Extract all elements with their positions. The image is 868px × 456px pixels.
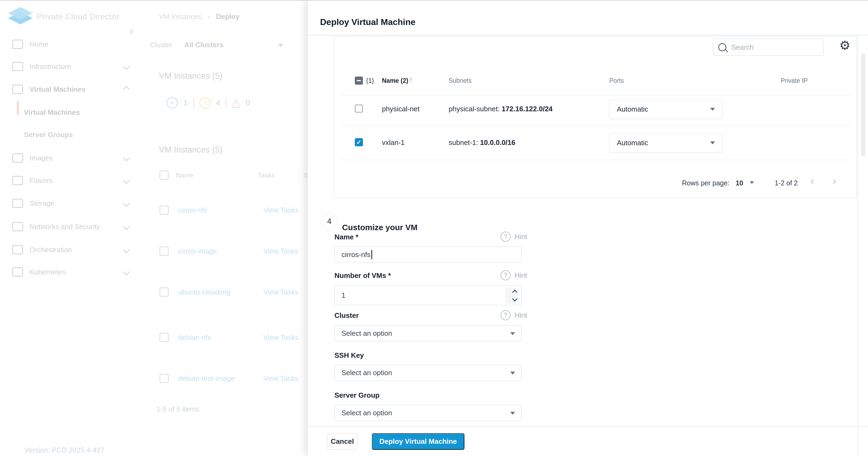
vm-name-link[interactable]: debian-test-image xyxy=(178,374,235,383)
network-selection-card: ⚙ (1) Name (2) ↑ Subnets Ports Private I… xyxy=(334,36,857,198)
cancel-button[interactable]: Cancel xyxy=(327,433,358,450)
sidebar-item-images[interactable]: Images xyxy=(12,152,137,164)
pagination-range: 1-2 of 2 xyxy=(775,179,798,187)
view-tasks-link[interactable]: View Tasks xyxy=(264,247,299,255)
chevron-down-icon[interactable] xyxy=(750,181,754,184)
images-icon xyxy=(12,153,23,163)
chevron-down-icon xyxy=(710,141,715,144)
app-root: Private Cloud Director VM Instances › De… xyxy=(0,0,868,456)
breadcrumb-deploy: Deploy xyxy=(216,12,240,21)
divider xyxy=(308,35,868,35)
status-warning-icon: ! xyxy=(199,97,211,109)
ports-dropdown[interactable]: Automatic xyxy=(609,133,723,152)
list-range-label: 1-5 of 5 items xyxy=(156,405,199,414)
select-all-checkbox[interactable] xyxy=(159,170,169,180)
network-name: vxlan-1 xyxy=(382,138,405,147)
flavors-icon xyxy=(12,176,23,185)
deploy-virtual-machine-button[interactable]: Deploy Virtual Machine xyxy=(372,433,464,450)
sidebar-item-flavors[interactable]: Flavors xyxy=(12,174,137,187)
chevron-up-icon[interactable] xyxy=(512,290,518,295)
question-icon: ? xyxy=(500,270,511,280)
breadcrumb-vm-instances[interactable]: VM Instances xyxy=(159,12,202,21)
vm-name-link[interactable]: ubuntu-cloudimg xyxy=(178,288,230,296)
chevron-down-icon xyxy=(510,412,515,415)
view-tasks-link[interactable]: View Tasks xyxy=(264,333,299,342)
chevron-down-icon xyxy=(710,108,715,111)
rows-per-page-label: Rows per page: xyxy=(682,179,730,187)
view-tasks-link[interactable]: View Tasks xyxy=(264,374,299,383)
brand-logo-icon xyxy=(7,6,34,27)
view-tasks-link[interactable]: View Tasks xyxy=(264,206,299,215)
network-subnet: subnet-1: 10.0.0.0/16 xyxy=(448,138,516,147)
status-error-count: 0 xyxy=(246,98,250,107)
sidebar-collapse-icon[interactable]: ‹ xyxy=(130,25,134,37)
ssh-key-field-label: SSH Key xyxy=(335,351,364,360)
brand-title: Private Cloud Director xyxy=(37,12,119,21)
virtual-machines-icon xyxy=(12,85,23,94)
sidebar-subitem-virtual-machines[interactable]: Virtual Machines xyxy=(12,106,149,118)
chevron-down-icon xyxy=(510,332,515,335)
vm-name-input[interactable]: cirros-nfs xyxy=(335,247,522,263)
sidebar-item-virtual-machines[interactable]: Virtual Machines xyxy=(12,83,137,95)
divider xyxy=(226,98,226,108)
background-page: Private Cloud Director VM Instances › De… xyxy=(0,0,308,456)
chevron-down-icon[interactable] xyxy=(512,296,518,302)
row-checkbox[interactable] xyxy=(159,205,169,215)
row-checkbox-unchecked[interactable] xyxy=(355,105,363,113)
pagination-next-button[interactable]: › xyxy=(833,176,836,186)
chevron-down-icon xyxy=(278,44,283,47)
vm-instances-heading: VM Instances (5) xyxy=(159,71,222,81)
chevron-down-icon xyxy=(123,268,130,275)
num-vms-input[interactable]: 1 xyxy=(335,285,522,305)
vm-name-link[interactable]: cirros-nfs xyxy=(178,206,207,215)
question-icon: ? xyxy=(500,231,511,242)
network-name: physical-net xyxy=(382,105,420,113)
gear-icon[interactable]: ⚙ xyxy=(839,39,850,52)
column-header-name: Name xyxy=(176,172,193,179)
breadcrumb: VM Instances › Deploy xyxy=(159,12,240,21)
vm-name-link[interactable]: debian-nfs xyxy=(178,333,211,342)
number-stepper[interactable] xyxy=(505,288,518,304)
scrollbar-thumb[interactable] xyxy=(861,53,865,156)
deploy-vm-panel: Deploy Virtual Machine ⚙ (1) Name (2) ↑ … xyxy=(308,0,868,456)
chevron-down-icon xyxy=(123,177,130,184)
server-group-field-label: Server Group xyxy=(335,391,379,400)
sidebar-item-networks-and-security[interactable]: Networks and Security xyxy=(12,221,137,233)
view-tasks-link[interactable]: View Tasks xyxy=(264,288,299,296)
ssh-key-select[interactable]: Select an option xyxy=(335,365,522,381)
network-search[interactable] xyxy=(713,38,824,56)
name-hint[interactable]: ? Hint xyxy=(500,231,527,242)
row-checkbox[interactable] xyxy=(159,247,169,256)
sidebar-item-infrastructure[interactable]: Infrastructure xyxy=(12,60,137,73)
server-group-select[interactable]: Select an option xyxy=(335,405,522,421)
sort-ascending-icon[interactable]: ↑ xyxy=(409,76,412,84)
row-checkbox[interactable] xyxy=(159,374,169,383)
chevron-down-icon xyxy=(123,200,130,206)
ports-dropdown[interactable]: Automatic xyxy=(609,99,723,119)
chevron-down-icon xyxy=(510,372,515,375)
cluster-hint[interactable]: ? Hint xyxy=(500,310,527,320)
row-checkbox-checked[interactable]: ✓ xyxy=(355,138,363,146)
row-checkbox[interactable] xyxy=(159,287,169,297)
question-icon: ? xyxy=(500,310,511,320)
sidebar-item-orchestration[interactable]: Orchestration xyxy=(12,244,137,256)
status-ok-count: 1 xyxy=(183,98,188,107)
num-vms-hint[interactable]: ? Hint xyxy=(500,270,527,280)
column-header-name[interactable]: Name (2) xyxy=(382,77,408,84)
pagination-prev-button[interactable]: ‹ xyxy=(810,176,814,186)
sidebar-item-kubernetes[interactable]: Kubernetes xyxy=(12,266,137,278)
rows-per-page-value[interactable]: 10 xyxy=(736,179,743,187)
select-all-checkbox-indeterminate[interactable] xyxy=(355,77,363,85)
cluster-field-label: Cluster xyxy=(335,311,359,320)
row-checkbox[interactable] xyxy=(159,333,169,342)
sidebar-item-home[interactable]: Home xyxy=(12,38,137,50)
sidebar-subitem-server-groups[interactable]: Server Groups xyxy=(12,129,149,141)
search-icon xyxy=(718,43,726,51)
panel-scrollbar[interactable] xyxy=(858,35,868,456)
search-input[interactable] xyxy=(731,43,813,52)
cluster-select[interactable]: Select an option xyxy=(335,325,522,341)
cluster-filter[interactable]: Cluster All Clusters xyxy=(150,41,223,49)
vm-name-link[interactable]: cirros-image xyxy=(178,247,217,255)
chevron-down-icon xyxy=(123,223,130,230)
sidebar-item-storage[interactable]: Storage xyxy=(12,197,137,209)
